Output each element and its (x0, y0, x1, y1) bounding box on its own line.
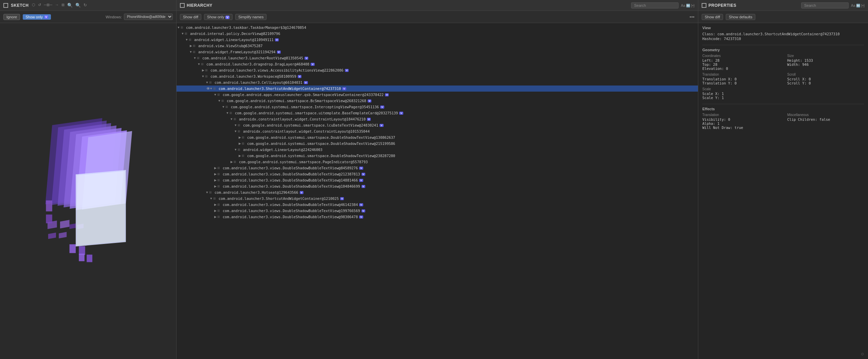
eye-icon[interactable]: 👁 (206, 87, 210, 91)
tree-item[interactable]: ▼⊞com.android.launcher3.Workspace@581009… (177, 73, 698, 79)
show-only-button[interactable]: Show only V (23, 14, 51, 20)
windows-select[interactable]: PhoneWindow@ad699de (124, 14, 173, 20)
tree-expand-arrow[interactable]: ▼ (181, 32, 185, 35)
tree-expand-arrow[interactable]: ▶ (213, 185, 217, 188)
tree-expand-arrow[interactable]: ▼ (213, 93, 217, 96)
alpha: Alpha: 1 (702, 121, 779, 126)
tree-item[interactable]: ▼⊞com.android.launcher3.ShortcutAndWidge… (177, 195, 698, 202)
ignore-button[interactable]: Ignore (3, 14, 20, 20)
tree-item[interactable]: ▶⊞com.android.launcher3.views.DoubleShad… (177, 165, 698, 171)
nav-zoom-in[interactable]: 🔍 (67, 2, 73, 8)
tree-label: com.android.launcher3.LauncherRootView@8… (202, 56, 303, 60)
tree-item[interactable]: ▶⊞com.android.launcher3.views.Accessibil… (177, 67, 698, 73)
sketch-canvas (0, 23, 176, 359)
tree-expand-arrow[interactable]: ▶ (213, 209, 217, 212)
tree-item[interactable]: ▶⊞com.android.launcher3.views.DoubleShad… (177, 177, 698, 183)
scroll-label: Scroll (787, 73, 864, 76)
nav-icon-3[interactable]: ─⊞─ (43, 2, 53, 8)
tree-item[interactable]: ▶⊞com.android.launcher3.views.DoubleShad… (177, 208, 698, 214)
tree-item[interactable]: ▶⊞com.google.android.systemui.smartspace… (177, 153, 698, 159)
tree-item[interactable]: ▼⊞androidx.constraintlayout.widget.Const… (177, 116, 698, 122)
tree-item[interactable]: ▼⊞com.android.launcher3.CellLayout@66104… (177, 79, 698, 86)
tree-item[interactable]: ▶⊞android.view.ViewStub@63475287 (177, 43, 698, 49)
tree-expand-arrow[interactable]: ▶ (238, 154, 242, 157)
tree-item[interactable]: ▶⊞com.android.launcher3.views.DoubleShad… (177, 183, 698, 189)
tree-expand-arrow[interactable]: ▶ (201, 69, 205, 72)
tree-item[interactable]: 👁▼⊞com.android.launcher3.ShortcutAndWidg… (177, 86, 698, 92)
more-options-button[interactable]: ••• (689, 14, 695, 20)
tree-expand-arrow[interactable]: ▼ (225, 111, 229, 115)
tree-item[interactable]: ▼⊞com.android.launcher3.dragndrop.DragLa… (177, 61, 698, 67)
tree-item[interactable]: ▶⊞com.google.android.systemui.smartspace… (177, 134, 698, 140)
tree-expand-arrow[interactable]: ▶ (229, 160, 234, 164)
tree-item[interactable]: ▼⊞com.google.android.systemui.smartspace… (177, 122, 698, 128)
scroll-x: Scroll X: 0 (787, 77, 864, 81)
sketch-toolbar: Ignore Show only V Windows: PhoneWindow@… (0, 11, 176, 23)
tree-item[interactable]: ▼⊞com.google.android.systemui.smartspace… (177, 110, 698, 116)
tree-expand-arrow[interactable]: ▼ (229, 117, 234, 121)
tree-label: com.google.android.systemui.smartspace.I… (231, 105, 379, 109)
tree-expand-arrow[interactable]: ▼ (217, 99, 221, 102)
tree-node-icon: ⊞ (209, 191, 214, 194)
tree-expand-arrow[interactable]: ▼ (193, 56, 197, 60)
tree-expand-arrow[interactable]: ▼ (201, 75, 205, 78)
simplify-names-button[interactable]: Simplify names (235, 14, 267, 20)
nav-icon-5[interactable]: ⊞ (61, 2, 65, 8)
tree-badge-v: V (368, 99, 371, 102)
tree-expand-arrow[interactable]: ▼ (177, 26, 181, 29)
nav-reset[interactable]: ↻ (83, 2, 88, 8)
tree-expand-arrow[interactable]: ▶ (213, 215, 217, 219)
size-width: Width: 946 (787, 62, 864, 67)
tree-expand-arrow[interactable]: ▼ (221, 105, 225, 109)
hierarchy-show-only-button[interactable]: Show only V (204, 14, 233, 20)
tree-expand-arrow[interactable]: ▼ (197, 62, 201, 66)
tree-expand-arrow[interactable]: ▼ (205, 81, 209, 84)
tree-item[interactable]: ▼⊞android.widget.LinearLayout@110949111V (177, 37, 698, 43)
sketch-title: SKETCH (11, 3, 29, 8)
nav-icon-4[interactable]: → (54, 2, 59, 8)
tree-item[interactable]: ▼⊞com.google.android.apps.nexuslauncher.… (177, 92, 698, 98)
tree-expand-arrow[interactable]: ▶ (213, 178, 217, 182)
hierarchy-search-input[interactable] (631, 2, 679, 8)
tree-expand-arrow[interactable]: ▶ (213, 203, 217, 206)
properties-search-input[interactable] (801, 2, 849, 8)
tree-item[interactable]: ▼⊞com.android.launcher3.taskbar.TaskbarM… (177, 24, 698, 31)
effects-row: Translation Visibility: 0 Alpha: 1 Will … (702, 113, 864, 130)
tree-item[interactable]: ▼⊞android.widget.LinearLayout@224246003 (177, 147, 698, 153)
tree-badge-v: V (399, 112, 403, 115)
tree-expand-arrow[interactable]: ▼ (234, 124, 238, 127)
tree-expand-arrow[interactable]: ▶ (238, 136, 242, 139)
tree-expand-arrow[interactable]: ▶ (238, 142, 242, 145)
tree-item[interactable]: ▶⊞com.android.launcher3.views.DoubleShad… (177, 171, 698, 177)
tree-item[interactable]: ▶⊞com.android.launcher3.views.DoubleShad… (177, 214, 698, 220)
geometry-scale-row: Scale Scale X: 1 Scale Y: 1 (702, 87, 864, 100)
tree-item[interactable]: ▶⊞com.google.android.systemui.smartspace… (177, 140, 698, 147)
tree-item[interactable]: ▼⊞androidx.constraintlayout.widget.Const… (177, 128, 698, 134)
show-diff-button[interactable]: Show diff (180, 14, 201, 20)
tree-item[interactable]: ▼⊞com.google.android.systemui.smartspace… (177, 104, 698, 110)
tree-expand-arrow[interactable]: ▼ (205, 191, 209, 194)
properties-show-diff-button[interactable]: Show diff (702, 14, 723, 20)
nav-zoom-out[interactable]: 🔍 (75, 2, 81, 8)
tree-item[interactable]: ▼⊞com.android.launcher3.LauncherRootView… (177, 55, 698, 61)
tree-label: androidx.constraintlayout.widget.Constra… (243, 129, 370, 133)
tree-badge-v: V (300, 191, 303, 194)
tree-expand-arrow[interactable]: ▶ (213, 172, 217, 176)
tree-expand-arrow[interactable]: ▶ (189, 44, 193, 48)
tree-item[interactable]: ▼⊞com.android.launcher3.Hotseat@12964356… (177, 189, 698, 195)
tree-expand-arrow[interactable]: ▼ (185, 38, 189, 41)
tree-item[interactable]: ▶⊞com.google.android.systemui.smartspace… (177, 159, 698, 165)
tree-expand-arrow[interactable]: ▶ (213, 166, 217, 170)
tree-label: com.google.android.systemui.smartspace.D… (247, 135, 395, 139)
nav-icon-1[interactable]: ⬡ (31, 2, 36, 8)
tree-expand-arrow[interactable]: ▼ (189, 50, 193, 54)
tree-item[interactable]: ▼⊞android.widget.FrameLayout@321194294V (177, 49, 698, 55)
nav-icon-2[interactable]: ↺ (37, 2, 42, 8)
tree-item[interactable]: ▼⊞android.internal.policy.DecorView@8210… (177, 31, 698, 37)
tree-item[interactable]: ▼⊞com.google.android.systemui.smartspace… (177, 98, 698, 104)
show-defaults-button[interactable]: Show defaults (726, 14, 755, 20)
tree-item[interactable]: ▶⊞com.android.launcher3.views.DoubleShad… (177, 202, 698, 208)
tree-expand-arrow[interactable]: ▼ (234, 130, 238, 133)
tree-expand-arrow[interactable]: ▼ (234, 148, 238, 151)
tree-expand-arrow[interactable]: ▼ (209, 197, 213, 200)
